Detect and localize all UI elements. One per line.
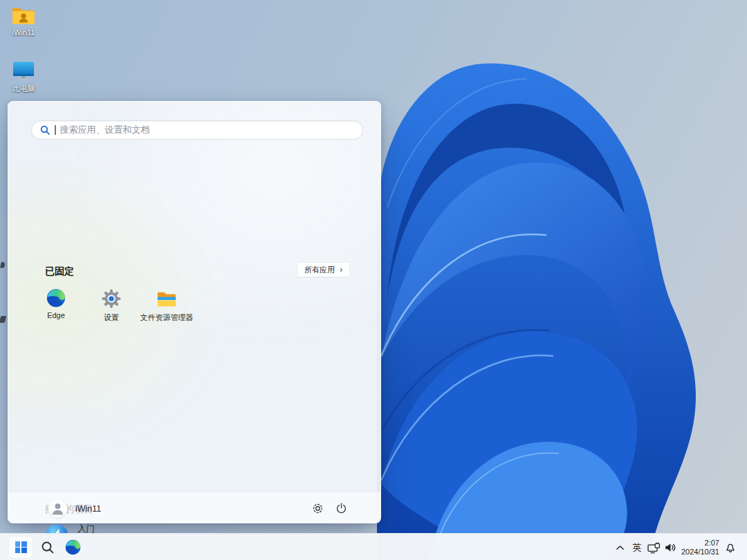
time-label: 2:07 <box>705 539 719 548</box>
gear-icon <box>312 503 324 514</box>
date-label: 2024/10/31 <box>681 548 719 557</box>
start-button[interactable] <box>9 536 33 558</box>
taskbar: 英 2:07 2024/10/31 <box>0 533 747 560</box>
this-pc-icon <box>11 59 36 82</box>
user-name: iWin11 <box>75 504 101 514</box>
app-tile-settings[interactable]: 设置 <box>84 286 139 328</box>
app-tile-edge[interactable]: Edge <box>28 286 84 328</box>
taskbar-edge-button[interactable] <box>61 536 84 558</box>
app-tile-label: 文件资源管理器 <box>140 312 194 323</box>
chevron-right-icon: › <box>340 265 342 274</box>
user-profile-button[interactable]: iWin11 <box>43 497 107 520</box>
edge-icon <box>65 539 81 555</box>
search-icon <box>41 541 55 554</box>
user-folder-icon <box>11 4 36 26</box>
volume-button[interactable] <box>663 534 678 560</box>
app-tile-label: Edge <box>47 311 65 319</box>
app-tile-file-explorer[interactable]: 文件资源管理器 <box>139 286 194 328</box>
chevron-up-icon <box>615 543 625 552</box>
search-icon <box>40 125 50 136</box>
desktop-icon-iwin11[interactable]: iWin11 <box>3 4 44 37</box>
notifications-button[interactable] <box>722 534 739 560</box>
windows-logo-icon <box>15 541 27 553</box>
app-tile-label: 设置 <box>104 312 119 323</box>
desktop-icon-this-pc[interactable]: 此电脑 <box>3 59 44 94</box>
ime-language-indicator[interactable]: 英 <box>629 534 645 560</box>
user-avatar-icon <box>48 499 67 518</box>
speaker-icon <box>665 543 676 552</box>
pinned-apps-grid: Edge 设置 <box>28 286 194 328</box>
taskbar-search-button[interactable] <box>36 536 59 558</box>
all-apps-button[interactable]: 所有应用 › <box>297 262 350 277</box>
bell-icon <box>725 542 736 553</box>
desktop: iWin11 此电脑 搜索应用、设置和文档 已固定 所有应用 › <box>0 0 747 560</box>
power-icon <box>335 503 347 514</box>
all-apps-label: 所有应用 <box>304 265 335 275</box>
pinned-section-title: 已固定 <box>45 265 74 278</box>
ime-label: 英 <box>633 541 642 554</box>
settings-gear-icon <box>101 288 122 309</box>
desktop-icon-label: 此电脑 <box>3 84 44 94</box>
start-menu-footer: iWin11 <box>8 492 380 523</box>
start-menu: 搜索应用、设置和文档 已固定 所有应用 › Edge <box>8 101 381 523</box>
search-input[interactable]: 搜索应用、设置和文档 <box>31 120 363 140</box>
network-status-button[interactable] <box>646 534 661 560</box>
settings-button[interactable] <box>310 501 325 516</box>
edge-icon <box>46 288 66 308</box>
power-button[interactable] <box>333 501 349 516</box>
search-placeholder: 搜索应用、设置和文档 <box>60 124 150 136</box>
file-explorer-icon <box>156 288 177 309</box>
tray-show-hidden-icons-button[interactable] <box>613 534 627 560</box>
clock-and-date[interactable]: 2:07 2024/10/31 <box>681 534 719 560</box>
text-caret <box>55 125 56 135</box>
ethernet-network-icon <box>647 541 661 554</box>
desktop-icon-label: iWin11 <box>3 28 44 37</box>
